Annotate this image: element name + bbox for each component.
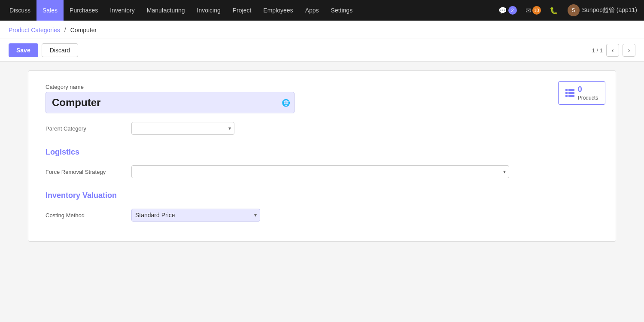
toolbar-right: 1 / 1 ‹ › — [592, 44, 635, 57]
inventory-valuation-section-title: Inventory Valuation — [46, 191, 598, 200]
nav-inventory[interactable]: Inventory — [104, 0, 141, 21]
nav-settings[interactable]: Settings — [325, 0, 359, 21]
main-content: 0 Products Category name 🌐 Parent Catego… — [0, 62, 644, 322]
logistics-section-title: Logistics — [46, 148, 598, 157]
breadcrumb-parent[interactable]: Product Categories — [9, 27, 60, 33]
nav-manufacturing[interactable]: Manufacturing — [141, 0, 191, 21]
top-navigation: Discuss Sales Purchases Inventory Manufa… — [0, 0, 644, 21]
nav-discuss[interactable]: Discuss — [3, 0, 36, 21]
discard-button[interactable]: Discard — [42, 43, 78, 57]
chat-icon: 💬 — [498, 6, 507, 15]
nav-employees[interactable]: Employees — [257, 0, 299, 21]
costing-method-select[interactable]: Standard Price Average Cost (AVCO) First… — [131, 209, 260, 222]
costing-method-label: Costing Method — [46, 212, 131, 219]
next-record-button[interactable]: › — [623, 44, 635, 57]
force-removal-select[interactable]: First In First Out (FIFO) Last In First … — [131, 165, 509, 178]
category-name-label: Category name — [46, 84, 598, 90]
category-name-input[interactable] — [46, 92, 295, 113]
force-removal-label: Force Removal Strategy — [46, 169, 131, 175]
products-smart-button-icon — [565, 89, 574, 97]
topnav-right: 💬 2 ✉ 10 🐛 S Sunpop超管 (app11) — [496, 4, 641, 16]
prev-record-button[interactable]: ‹ — [606, 44, 619, 57]
form-card: 0 Products Category name 🌐 Parent Catego… — [28, 70, 616, 242]
toolbar: Save Discard 1 / 1 ‹ › — [0, 39, 644, 62]
nav-items: Discuss Sales Purchases Inventory Manufa… — [3, 0, 496, 21]
message-badge[interactable]: ✉ 10 — [523, 6, 544, 15]
user-menu[interactable]: S Sunpop超管 (app11) — [564, 4, 641, 16]
save-button[interactable]: Save — [9, 43, 38, 57]
activity-badge[interactable]: 💬 2 — [496, 6, 519, 15]
pagination-label: 1 / 1 — [592, 47, 603, 54]
force-removal-wrapper: First In First Out (FIFO) Last In First … — [131, 165, 509, 178]
category-name-field: Category name 🌐 — [46, 84, 598, 113]
nav-invoicing[interactable]: Invoicing — [191, 0, 227, 21]
message-count: 10 — [532, 6, 541, 15]
products-smart-button-text: 0 Products — [578, 85, 598, 101]
avatar: S — [568, 4, 580, 16]
parent-category-select[interactable]: All — [131, 122, 234, 135]
products-count: 0 — [578, 85, 598, 94]
nav-sales[interactable]: Sales — [36, 0, 64, 21]
breadcrumb-current: Computer — [70, 27, 97, 33]
smart-buttons: 0 Products — [558, 81, 605, 105]
user-label: Sunpop超管 (app11) — [582, 6, 637, 14]
nav-project[interactable]: Project — [227, 0, 258, 21]
parent-category-wrapper: All — [131, 122, 234, 135]
products-smart-button[interactable]: 0 Products — [558, 81, 605, 105]
costing-method-field: Costing Method Standard Price Average Co… — [46, 209, 598, 222]
globe-icon[interactable]: 🌐 — [282, 99, 290, 107]
bug-icon[interactable]: 🐛 — [547, 6, 561, 15]
breadcrumb: Product Categories / Computer — [0, 21, 644, 39]
toolbar-left: Save Discard — [9, 43, 78, 57]
message-icon: ✉ — [526, 6, 531, 15]
activity-count: 2 — [508, 6, 517, 15]
nav-apps[interactable]: Apps — [299, 0, 325, 21]
category-name-wrapper: 🌐 — [46, 92, 295, 113]
costing-method-wrapper: Standard Price Average Cost (AVCO) First… — [131, 209, 260, 222]
parent-category-field: Parent Category All — [46, 122, 598, 135]
breadcrumb-separator: / — [64, 27, 66, 33]
products-label: Products — [578, 95, 598, 101]
parent-category-label: Parent Category — [46, 125, 131, 132]
force-removal-field: Force Removal Strategy First In First Ou… — [46, 165, 598, 178]
nav-purchases[interactable]: Purchases — [64, 0, 104, 21]
